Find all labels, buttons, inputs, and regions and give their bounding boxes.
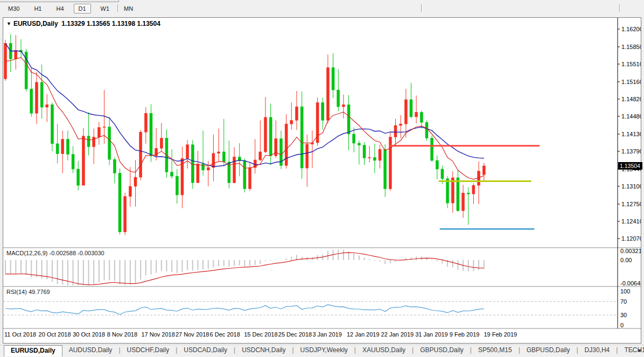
macd-tick-label: -0.006485 (620, 280, 641, 286)
date-label: 31 Jan 2019 (415, 331, 448, 338)
macd-bar (114, 260, 115, 281)
candle-body (431, 138, 433, 160)
candle-body (35, 82, 38, 113)
macd-bar (234, 260, 235, 266)
candle-body (118, 173, 121, 232)
timeframe-button-h1[interactable]: H1 (29, 4, 46, 13)
candle-body (321, 103, 324, 121)
macd-bar (338, 250, 339, 260)
rsi-tick-label: 100 (620, 288, 630, 295)
candle-body (144, 113, 147, 132)
candle-body (103, 127, 106, 128)
macd-bar (57, 260, 58, 284)
timeframe-button-h4[interactable]: H4 (51, 4, 68, 13)
candle-body (15, 51, 17, 59)
macd-bar (202, 260, 204, 269)
macd-bar (302, 257, 303, 260)
macd-indicator-label: MACD(12,26,9) -0.002588 -0.003030 (6, 250, 104, 256)
price-tick-label: 1.14480 (621, 113, 641, 120)
macd-bar (161, 260, 162, 271)
candle-body (400, 124, 402, 125)
chart-tab-audusd-daily[interactable]: AUDUSD,Daily (62, 345, 119, 355)
macd-bar (223, 260, 225, 266)
timeframe-button-m30[interactable]: M30 (3, 4, 24, 13)
macd-main-value: -0.002588 (49, 250, 76, 256)
macd-bar (171, 260, 172, 272)
date-label: 27 Nov 2018 (176, 331, 209, 338)
tab-scroll-right-icon[interactable]: ▸ (639, 347, 641, 353)
chart-tab-gbpusd-daily[interactable]: GBPUSD,Daily (414, 345, 470, 355)
candle-body (394, 125, 397, 137)
candle-body (415, 112, 418, 116)
chart-tab-usdcad-daily[interactable]: USDCAD,Daily (177, 345, 234, 355)
candle-body (129, 186, 131, 197)
macd-bar (442, 260, 443, 263)
macd-bar (83, 260, 84, 285)
macd-bar (244, 260, 245, 267)
price-tick-label: 1.13100 (621, 183, 641, 190)
macd-bar (484, 260, 485, 269)
chart-tab-usdcnh-daily[interactable]: USDCNH,Daily (235, 345, 292, 355)
collapse-triangle-icon[interactable]: ▼ (6, 21, 11, 26)
macd-bar (353, 254, 354, 260)
macd-bar (384, 260, 386, 264)
macd-bar (124, 260, 125, 285)
ohlc-open: 1.13329 (61, 20, 85, 27)
chart-title: ▼EURUSD,Daily 1.13329 1.13565 1.13198 1.… (6, 20, 160, 27)
macd-bar (120, 260, 121, 284)
candle-body (300, 107, 303, 168)
candle-body (93, 137, 95, 147)
macd-bar (291, 257, 292, 260)
macd-bar (410, 257, 411, 260)
ohlc-close: 1.13504 (137, 20, 160, 27)
candle-body (363, 145, 366, 158)
timeframe-button-mn[interactable]: MN (119, 4, 138, 13)
price-tick-label: 1.12410 (621, 218, 641, 225)
candle-body (222, 152, 225, 162)
date-axis[interactable]: 11 Oct 201820 Oct 201830 Oct 20188 Nov 2… (4, 331, 517, 338)
chart-tab-xauusd-daily[interactable]: XAUUSD,Daily (356, 345, 412, 355)
chart-symbol-label: EURUSD,Daily (13, 20, 58, 27)
macd-bar (150, 260, 151, 275)
rsi-tick-label: 0 (620, 322, 624, 328)
macd-bar (104, 260, 105, 280)
price-tick-label: 1.12750 (621, 201, 641, 207)
chart-tab-gbpusd-daily[interactable]: GBPUSD,Daily (520, 345, 577, 355)
ohlc-low: 1.13198 (112, 20, 135, 27)
macd-bar (364, 257, 365, 260)
macd-bar (478, 260, 479, 270)
chart-canvas[interactable]: 1.162001.158501.155101.151601.148201.144… (3, 18, 641, 343)
macd-bar (192, 260, 193, 270)
macd-bar (270, 260, 271, 261)
macd-bar (369, 260, 370, 260)
candle-body (306, 144, 309, 168)
macd-signal-value: -0.003030 (78, 250, 104, 256)
date-label: 17 Nov 2018 (141, 331, 174, 338)
date-label: 15 Dec 2018 (244, 331, 277, 338)
candle-body (358, 143, 360, 145)
chart-tab-dj30-h4[interactable]: DJ30,H4 (578, 345, 617, 355)
macd-bar (109, 260, 110, 281)
macd-bar (213, 260, 214, 268)
timeframe-toolbar: M30H1H4D1W1MN (0, 0, 644, 16)
date-label: 12 Jan 2019 (347, 331, 380, 338)
candle-body (207, 167, 209, 170)
timeframe-button-w1[interactable]: W1 (96, 4, 115, 13)
chart-tab-sp500-m15[interactable]: SP500,M15 (472, 345, 519, 355)
candle-body (410, 100, 412, 117)
candle-body (332, 68, 334, 90)
chart-tab-usdjpy-weekly[interactable]: USDJPY,Weekly (294, 345, 354, 355)
chart-tab-usdchf-daily[interactable]: USDCHF,Daily (121, 345, 176, 355)
macd-bar (36, 260, 37, 277)
price-tick-label: 1.15510 (621, 61, 641, 67)
chart-tab-eurusd-daily[interactable]: EURUSD,Daily (4, 345, 62, 356)
rsi-value: 49.7769 (29, 289, 50, 295)
candle-body (77, 169, 80, 185)
macd-bar (437, 260, 438, 261)
tab-scroll-left-icon[interactable]: ◂ (631, 347, 634, 353)
macd-bar (26, 260, 27, 275)
candle-body (259, 152, 262, 160)
timeframe-button-d1[interactable]: D1 (74, 4, 91, 13)
candle-body (446, 179, 449, 203)
macd-bar (208, 260, 209, 269)
